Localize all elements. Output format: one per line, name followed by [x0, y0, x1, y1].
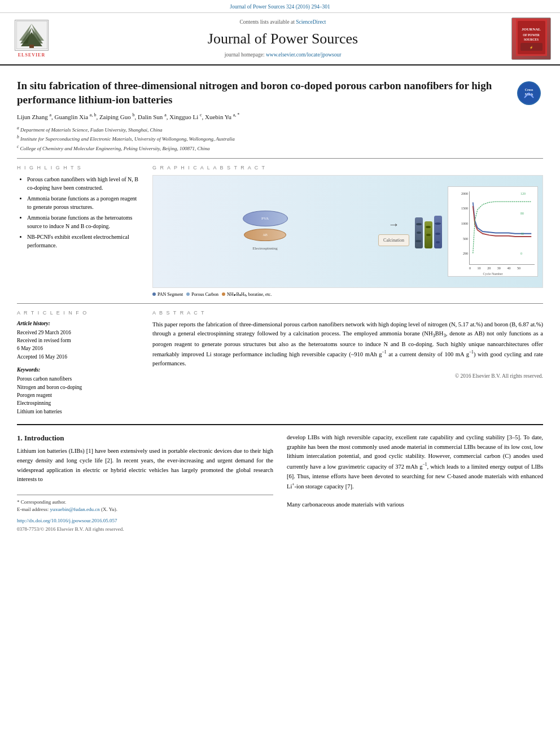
graphical-abstract-header: G R A P H I C A L A B S T R A C T [152, 164, 543, 172]
body-divider [17, 424, 543, 425]
contents-available-line: Contents lists available at ScienceDirec… [60, 19, 506, 26]
intro-right-text-2: Many carbonaceous anode materials with v… [287, 500, 543, 510]
affiliations: a Department of Materials Science, Fudan… [17, 125, 543, 153]
article-info-header: A R T I C L E I N F O [17, 309, 141, 317]
calcination-box: Calcination [378, 234, 409, 246]
affiliation-a: a Department of Materials Science, Fudan… [17, 125, 543, 134]
abstract-section: A B S T R A C T This paper reports the f… [152, 309, 543, 416]
introduction-section: 1. Introduction Lithium ion batteries (L… [17, 433, 543, 533]
accepted-entry: Accepted 16 May 2016 [17, 353, 141, 361]
legend-item-3: NH₃·B₂H₆, boratine, etc. [222, 291, 272, 298]
received-entry: Received 29 March 2016 [17, 329, 141, 337]
affiliation-c: c College of Chemistry and Molecular Eng… [17, 143, 543, 153]
journal-ref-text: Journal of Power Sources 324 (2016) 294–… [230, 4, 330, 10]
graphical-abstract-image: PVA AB Electrospinning → Calcination [152, 175, 543, 288]
graphical-abstract-legend: PAN Segment Porous Carbon NH₃·B₂H₆, bora… [152, 291, 543, 298]
article-info-section: A R T I C L E I N F O Article history: R… [17, 309, 141, 416]
elsevier-logo: ELSEVIER [9, 20, 54, 58]
legend-item-1: PAN Segment [152, 291, 183, 298]
intro-right-col: develop LIBs with high reversible capaci… [287, 433, 543, 533]
highlight-item: NB-PCNFs exhibit excellent electrochemic… [27, 233, 141, 250]
corresponding-author-text: * Corresponding author. [17, 499, 66, 505]
graphical-abstract-section: G R A P H I C A L A B S T R A C T PVA AB [152, 164, 543, 298]
graphical-abstract-chart: 2000 1500 1000 500 290 [448, 186, 538, 277]
porous-result [415, 215, 442, 248]
svg-text:OF POWER: OF POWER [523, 33, 540, 37]
corresponding-author-note: * Corresponding author. [17, 499, 273, 506]
received-revised-label: Received in revised form [17, 337, 141, 344]
mid-divider [17, 303, 543, 304]
spindle-shape-1: PVA [243, 211, 288, 226]
doi-line[interactable]: http://dx.doi.org/10.1016/j.jpowsour.201… [17, 517, 273, 525]
arrow-calcination: → Calcination [378, 216, 409, 246]
legend-dot-2 [186, 292, 190, 296]
elsevier-tree-image [15, 20, 49, 51]
top-divider [17, 158, 543, 159]
legend-item-2: Porous Carbon [186, 291, 218, 298]
intro-left-col: 1. Introduction Lithium ion batteries (L… [17, 433, 273, 533]
highlight-item: Ammonia borane functions as a porogen re… [27, 194, 141, 211]
svg-text:Cross: Cross [525, 88, 533, 91]
affiliation-b: b Institute for Superconducting and Elec… [17, 134, 543, 143]
article-title-text: In situ fabrication of three-dimensional… [17, 80, 492, 106]
journal-header-center: Contents lists available at ScienceDirec… [60, 19, 506, 59]
electrospinning-label: Electrospinning [252, 246, 277, 252]
intro-right-text: develop LIBs with high reversible capaci… [287, 433, 543, 492]
main-content: In situ fabrication of three-dimensional… [0, 65, 560, 538]
crossmark-badge[interactable]: Cross Mark [515, 79, 543, 107]
keyword-2: Nitrogen and boron co-doping [17, 384, 141, 391]
sciencedirect-link[interactable]: ScienceDirect [296, 19, 326, 25]
journal-name-heading: Journal of Power Sources [60, 29, 506, 49]
svg-text:SOURCES: SOURCES [524, 38, 539, 41]
x-axis-label: Cycle Number [451, 272, 535, 276]
email-link[interactable]: yuxuebin@fudan.edu.cn [50, 506, 99, 512]
journal-thumbnail: JOURNAL OF POWER SOURCES ⚡ [511, 18, 551, 60]
svg-text:⚡: ⚡ [530, 46, 533, 50]
keywords-section: Keywords: Porous carbon nanofibers Nitro… [17, 366, 141, 416]
keywords-label: Keywords: [17, 366, 141, 374]
svg-text:JOURNAL: JOURNAL [522, 27, 541, 32]
highlights-graphical-row: H I G H L I G H T S Porous carbon nanofi… [17, 164, 543, 298]
svg-rect-6 [29, 45, 34, 48]
authors-line: Lijun Zhang a, Guanglin Xia a, b, Zaipin… [17, 112, 543, 121]
section-1-title: 1. Introduction [17, 433, 273, 443]
issn-line: 0378-7753/© 2016 Elsevier B.V. All right… [17, 526, 273, 533]
legend-label-1: PAN Segment [158, 291, 183, 298]
crossmark-circle: Cross Mark [517, 81, 541, 105]
highlight-item: Ammonia borane functions as the heteroat… [27, 213, 141, 230]
highlights-section: H I G H L I G H T S Porous carbon nanofi… [17, 164, 141, 298]
received-revised-date: 6 May 2016 [17, 345, 141, 352]
keyword-1: Porous carbon nanofibers [17, 375, 141, 383]
keyword-5: Lithium ion batteries [17, 408, 141, 416]
keyword-3: Porogen reagent [17, 392, 141, 399]
spindle-shape-2: AB [244, 229, 286, 241]
article-title: In situ fabrication of three-dimensional… [17, 79, 543, 107]
intro-left-text: Lithium ion batteries (LIBs) [1] have be… [17, 447, 273, 484]
legend-dot-1 [152, 292, 156, 296]
abstract-text: This paper reports the fabrication of th… [152, 320, 543, 368]
homepage-line: journal homepage: www.elsevier.com/locat… [60, 51, 506, 59]
homepage-link[interactable]: www.elsevier.com/locate/jpowsour [266, 52, 341, 58]
journal-thumb-text: JOURNAL OF POWER SOURCES ⚡ [516, 19, 547, 58]
journal-reference: Journal of Power Sources 324 (2016) 294–… [0, 0, 560, 13]
email-footnote: E-mail address: yuxuebin@fudan.edu.cn (X… [17, 506, 273, 513]
legend-label-2: Porous Carbon [191, 291, 218, 298]
history-label: Article history: [17, 320, 141, 327]
legend-dot-3 [222, 292, 225, 296]
keyword-4: Electrospinning [17, 400, 141, 407]
article-info-abstract-row: A R T I C L E I N F O Article history: R… [17, 309, 543, 416]
article-history: Article history: Received 29 March 2016 … [17, 320, 141, 361]
abstract-header: A B S T R A C T [152, 309, 543, 317]
copyright-line: © 2016 Elsevier B.V. All rights reserved… [152, 373, 543, 380]
journal-header: ELSEVIER Contents lists available at Sci… [0, 13, 560, 65]
legend-label-3: NH₃·B₂H₆, boratine, etc. [227, 291, 272, 298]
elsevier-wordmark: ELSEVIER [18, 52, 45, 58]
footnote-area: * Corresponding author. E-mail address: … [17, 495, 273, 532]
highlights-list: Porous carbon nanofibers with high level… [17, 175, 141, 250]
highlights-header: H I G H L I G H T S [17, 164, 141, 172]
highlight-item: Porous carbon nanofibers with high level… [27, 175, 141, 192]
